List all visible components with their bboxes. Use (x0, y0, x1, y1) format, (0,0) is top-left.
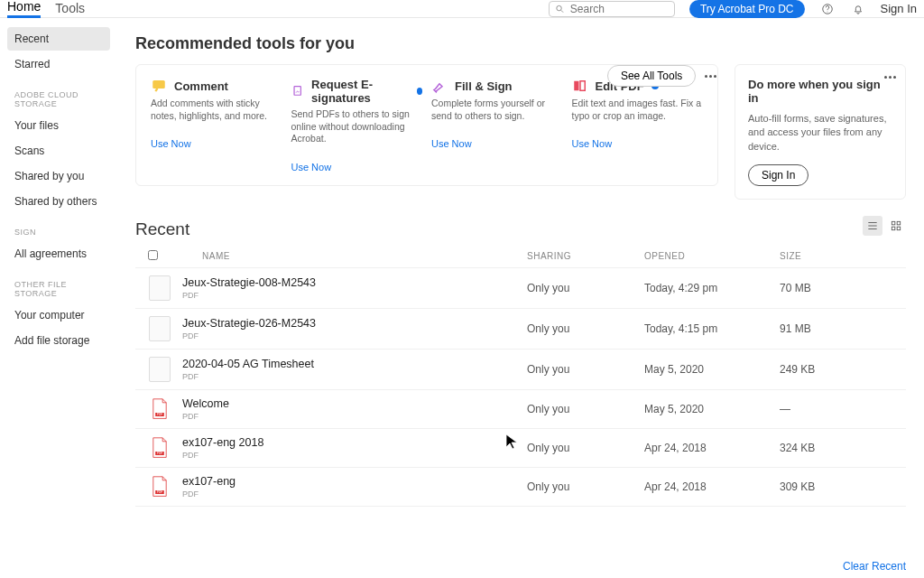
file-row[interactable]: PDFWelcomePDFOnly youMay 5, 2020— (135, 389, 906, 428)
table-header: NAME SHARING OPENED SIZE (135, 245, 906, 267)
file-thumbnail (149, 316, 171, 341)
sidebar-item-recent[interactable]: Recent (7, 27, 110, 51)
file-sharing: Only you (527, 282, 644, 294)
file-type: PDF (182, 372, 527, 381)
bell-icon[interactable] (850, 1, 866, 17)
file-name: Jeux-Strategie-026-M2543 (182, 317, 527, 330)
card-comment[interactable]: Comment Add comments with sticky notes, … (151, 78, 282, 172)
file-size: 249 KB (780, 363, 906, 376)
svg-rect-11 (892, 222, 895, 226)
signin-button[interactable]: Sign In (748, 164, 808, 186)
main-area: Recommended tools for you Comment Add co… (117, 18, 924, 578)
file-row[interactable]: PDFex107-eng 2018PDFOnly youApr 24, 2018… (135, 428, 906, 467)
try-pro-button[interactable]: Try Acrobat Pro DC (689, 0, 805, 18)
help-icon[interactable] (819, 1, 836, 17)
sidebar-item-add-file-storage[interactable]: Add file storage (7, 329, 110, 352)
clear-recent-link[interactable]: Clear Recent (843, 560, 906, 573)
file-row[interactable]: Jeux-Strategie-008-M2543PDFOnly youToday… (135, 267, 906, 308)
card-desc: Edit text and images fast. Fix a typo or… (572, 98, 704, 122)
nav-tools[interactable]: Tools (55, 1, 85, 17)
file-size: — (780, 403, 906, 415)
card-title: Comment (174, 79, 228, 93)
svg-point-0 (557, 5, 561, 10)
recommended-heading: Recommended tools for you (135, 34, 355, 53)
mouse-cursor-icon (505, 434, 518, 450)
promo-body: Auto-fill forms, save signatures, and ac… (748, 112, 892, 154)
use-now-link[interactable]: Use Now (151, 138, 282, 149)
file-opened: Today, 4:15 pm (644, 322, 780, 335)
info-badge-icon[interactable] (417, 88, 422, 95)
sidebar-item-all-agreements[interactable]: All agreements (7, 242, 110, 266)
file-name: 2020-04-05 AG Timesheet (182, 358, 527, 370)
file-opened: Apr 24, 2018 (644, 442, 780, 454)
nav-home[interactable]: Home (7, 0, 41, 18)
col-opened[interactable]: OPENED (644, 251, 780, 261)
file-name: ex107-eng (182, 475, 527, 488)
sidebar-item-scans[interactable]: Scans (7, 139, 110, 163)
card-edit-pdf[interactable]: Edit PDF Edit text and images fast. Fix … (572, 78, 704, 172)
file-type: PDF (182, 489, 527, 499)
file-row[interactable]: Jeux-Strategie-026-M2543PDFOnly youToday… (135, 308, 906, 349)
signature-icon (291, 83, 305, 99)
sidebar-item-shared-by-you[interactable]: Shared by you (7, 164, 110, 188)
card-title: Request E-signatures (311, 78, 409, 105)
pdf-file-icon: PDF (151, 398, 169, 420)
pdf-file-icon: PDF (151, 437, 169, 459)
card-fill-sign[interactable]: Fill & Sign Complete forms yourself or s… (431, 78, 563, 172)
col-name[interactable]: NAME (171, 251, 527, 261)
svg-rect-7 (580, 81, 585, 91)
list-view-icon[interactable] (863, 216, 882, 236)
more-icon[interactable] (884, 76, 896, 79)
file-sharing: Only you (527, 442, 644, 454)
recommended-cards: Comment Add comments with sticky notes, … (135, 64, 718, 186)
sidebar-head-other: OTHER FILE STORAGE (7, 267, 110, 302)
file-opened: Today, 4:29 pm (644, 282, 780, 294)
signin-top-link[interactable]: Sign In (881, 2, 917, 15)
file-size: 91 MB (780, 322, 906, 335)
file-thumbnail (149, 275, 171, 301)
file-row[interactable]: PDFex107-engPDFOnly youApr 24, 2018309 K… (135, 467, 906, 507)
file-type: PDF (182, 451, 527, 460)
file-list: Jeux-Strategie-008-M2543PDFOnly youToday… (135, 267, 906, 507)
svg-rect-12 (897, 222, 901, 226)
card-request-signatures[interactable]: Request E-signatures Send PDFs to others… (291, 78, 423, 172)
search-input-wrap[interactable] (549, 1, 675, 17)
recent-heading: Recent (135, 219, 906, 239)
see-all-tools-button[interactable]: See All Tools (607, 65, 697, 87)
use-now-link[interactable]: Use Now (291, 162, 423, 172)
svg-rect-4 (152, 80, 165, 89)
search-input[interactable] (565, 3, 669, 15)
edit-pdf-icon (572, 78, 588, 94)
file-sharing: Only you (527, 403, 644, 415)
use-now-link[interactable]: Use Now (431, 138, 563, 149)
file-name: Jeux-Strategie-008-M2543 (182, 276, 527, 289)
file-sharing: Only you (527, 480, 644, 493)
select-all-checkbox[interactable] (148, 250, 158, 260)
signin-promo-panel: Do more when you sign in Auto-fill forms… (735, 64, 906, 200)
svg-rect-14 (897, 227, 901, 230)
svg-text:PDF: PDF (157, 413, 162, 416)
card-desc: Add comments with sticky notes, highligh… (151, 98, 282, 122)
use-now-link[interactable]: Use Now (572, 138, 704, 149)
col-sharing[interactable]: SHARING (527, 251, 644, 261)
file-type: PDF (182, 412, 527, 421)
file-sharing: Only you (527, 322, 644, 335)
comment-icon (151, 78, 167, 94)
file-row[interactable]: 2020-04-05 AG TimesheetPDFOnly youMay 5,… (135, 349, 906, 389)
sidebar-item-your-files[interactable]: Your files (7, 114, 110, 137)
file-opened: Apr 24, 2018 (644, 480, 780, 493)
file-size: 70 MB (780, 282, 906, 294)
svg-text:PDF: PDF (157, 490, 162, 494)
col-size[interactable]: SIZE (780, 251, 906, 261)
sidebar-item-your-computer[interactable]: Your computer (7, 303, 110, 327)
file-size: 309 KB (780, 480, 906, 493)
file-name: Welcome (182, 397, 527, 410)
sidebar-head-sign: SIGN (7, 215, 110, 240)
sidebar: Recent Starred ADOBE CLOUD STORAGE Your … (0, 18, 117, 578)
grid-view-icon[interactable] (886, 216, 906, 236)
sidebar-item-starred[interactable]: Starred (7, 52, 110, 76)
sidebar-item-shared-by-others[interactable]: Shared by others (7, 190, 110, 213)
promo-title: Do more when you sign in (748, 78, 892, 105)
file-sharing: Only you (527, 363, 644, 376)
more-icon[interactable] (705, 75, 716, 78)
